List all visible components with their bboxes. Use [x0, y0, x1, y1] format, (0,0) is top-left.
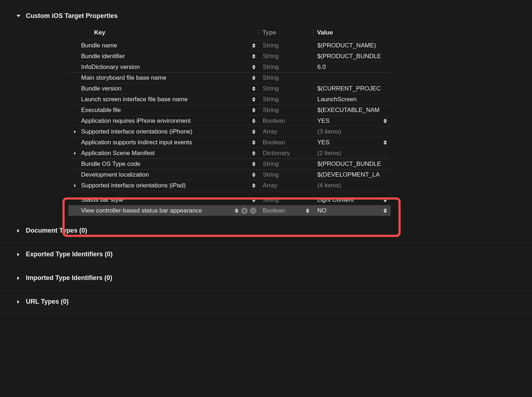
sort-updown-icon[interactable]	[252, 129, 256, 134]
table-row[interactable]: Supported interface orientations (iPhone…	[68, 126, 391, 137]
table-row[interactable]: Application supports indirect input even…	[68, 137, 391, 148]
sort-updown-icon[interactable]	[252, 76, 256, 80]
value-label: Light Content	[317, 196, 354, 204]
add-row-button[interactable]: +	[241, 207, 248, 214]
sort-updown-icon[interactable]	[252, 183, 256, 188]
key-cell[interactable]: Executable file	[68, 107, 258, 114]
value-cell[interactable]: $(PRODUCT_NAME)	[313, 42, 391, 49]
section-header-url-types[interactable]: URL Types (0)	[0, 290, 532, 314]
type-cell[interactable]: Dictionary	[258, 150, 313, 157]
sort-updown-icon[interactable]	[383, 197, 387, 202]
type-cell[interactable]: String	[258, 42, 313, 49]
key-cell[interactable]: Application requires iPhone environment	[68, 117, 258, 125]
section-header-custom-ios[interactable]: Custom iOS Target Properties	[0, 10, 532, 22]
value-cell[interactable]: YES	[313, 139, 391, 146]
key-label: Supported interface orientations (iPad)	[79, 182, 186, 189]
value-cell[interactable]: $(PRODUCT_BUNDLE	[313, 53, 391, 60]
value-cell[interactable]: $(PRODUCT_BUNDLE	[313, 160, 391, 168]
key-cell[interactable]: Bundle name	[68, 42, 258, 49]
sort-updown-icon[interactable]	[252, 86, 256, 91]
key-cell[interactable]: Supported interface orientations (iPhone…	[68, 128, 258, 135]
type-cell[interactable]: String	[258, 107, 313, 114]
table-row[interactable]: Bundle versionString$(CURRENT_PROJEC	[68, 83, 391, 94]
type-cell[interactable]: String	[258, 196, 313, 204]
value-cell[interactable]: (2 items)	[313, 150, 391, 157]
section-header-document-types[interactable]: Document Types (0)	[0, 219, 532, 243]
key-cell[interactable]: Status bar style	[68, 196, 258, 204]
sort-updown-icon[interactable]	[235, 208, 238, 213]
sort-updown-icon[interactable]	[252, 108, 256, 112]
column-header-key[interactable]: Key	[68, 29, 258, 36]
table-row-obscured	[68, 191, 391, 195]
column-header-type[interactable]: Type	[258, 29, 313, 36]
column-header-value[interactable]: Value	[313, 29, 391, 36]
sort-updown-icon[interactable]	[252, 197, 256, 202]
table-row[interactable]: View controller-based status bar appeara…	[68, 205, 391, 216]
value-cell[interactable]: $(EXECUTABLE_NAM	[313, 107, 391, 114]
sort-updown-icon[interactable]	[252, 151, 256, 155]
sort-updown-icon[interactable]	[383, 118, 387, 123]
table-row[interactable]: Bundle OS Type codeString$(PRODUCT_BUNDL…	[68, 159, 391, 169]
type-cell[interactable]: String	[258, 160, 313, 168]
value-cell[interactable]: Light Content	[313, 196, 391, 204]
type-cell[interactable]: Boolean	[258, 117, 313, 125]
sort-updown-icon[interactable]	[252, 140, 256, 145]
value-cell[interactable]: (3 items)	[313, 128, 391, 135]
table-row[interactable]: Bundle identifierString$(PRODUCT_BUNDLE	[68, 51, 391, 62]
sort-updown-icon[interactable]	[252, 65, 256, 69]
value-cell[interactable]: $(DEVELOPMENT_LA	[313, 171, 391, 178]
key-cell[interactable]: Development localization	[68, 171, 258, 178]
key-cell[interactable]: Launch screen interface file base name	[68, 96, 258, 103]
value-cell[interactable]: NO	[313, 207, 391, 214]
key-cell[interactable]: Application Scene Manifest	[68, 150, 258, 157]
sort-updown-icon[interactable]	[252, 118, 256, 123]
type-cell[interactable]: Array	[258, 128, 313, 135]
chevron-right-icon[interactable]	[73, 183, 78, 188]
key-cell[interactable]: Bundle version	[68, 85, 258, 92]
sort-updown-icon[interactable]	[252, 162, 256, 167]
value-cell[interactable]: YES	[313, 117, 391, 125]
value-cell[interactable]: 6.0	[313, 64, 391, 71]
key-cell[interactable]: View controller-based status bar appeara…	[68, 207, 258, 214]
type-cell[interactable]: String	[258, 96, 313, 103]
table-row[interactable]: Executable fileString$(EXECUTABLE_NAM	[68, 105, 391, 116]
table-row[interactable]: Main storyboard file base nameString	[68, 73, 391, 83]
section-header-exported-types[interactable]: Exported Type Identifiers (0)	[0, 243, 532, 266]
sort-updown-icon[interactable]	[383, 208, 387, 213]
type-cell[interactable]: Array	[258, 182, 313, 189]
sort-updown-icon[interactable]	[383, 140, 387, 145]
chevron-right-icon[interactable]	[73, 151, 78, 156]
table-row[interactable]: InfoDictionary versionString6.0	[68, 62, 391, 73]
table-row[interactable]: Application Scene ManifestDictionary(2 i…	[68, 148, 391, 159]
type-cell[interactable]: String	[258, 64, 313, 71]
type-cell[interactable]: Boolean	[258, 207, 313, 214]
type-cell[interactable]: String	[258, 74, 313, 81]
section-header-imported-types[interactable]: Imported Type Identifiers (0)	[0, 266, 532, 290]
key-cell[interactable]: Main storyboard file base name	[68, 74, 258, 81]
key-cell[interactable]: Bundle identifier	[68, 53, 258, 60]
value-cell[interactable]: LaunchScreen	[313, 96, 391, 103]
table-row[interactable]: Launch screen interface file base nameSt…	[68, 94, 391, 105]
type-cell[interactable]: Boolean	[258, 139, 313, 146]
key-cell[interactable]: InfoDictionary version	[68, 64, 258, 71]
sort-updown-icon[interactable]	[252, 173, 256, 177]
table-row[interactable]: Bundle nameString$(PRODUCT_NAME)	[68, 40, 391, 51]
table-row[interactable]: Application requires iPhone environmentB…	[68, 116, 391, 126]
key-cell[interactable]: Bundle OS Type code	[68, 160, 258, 168]
type-cell[interactable]: String	[258, 171, 313, 178]
sort-updown-icon[interactable]	[252, 97, 256, 102]
table-row[interactable]: Supported interface orientations (iPad)A…	[68, 180, 391, 191]
value-cell[interactable]: $(CURRENT_PROJEC	[313, 85, 391, 92]
table-row[interactable]: Status bar styleStringLight Content	[68, 195, 391, 205]
type-cell[interactable]: String	[258, 85, 313, 92]
type-cell[interactable]: String	[258, 53, 313, 60]
key-cell[interactable]: Supported interface orientations (iPad)	[68, 182, 258, 189]
sort-updown-icon[interactable]	[252, 54, 256, 59]
key-cell[interactable]: Application supports indirect input even…	[68, 139, 258, 146]
value-cell[interactable]: (4 items)	[313, 182, 391, 189]
remove-row-button[interactable]: –	[250, 207, 256, 214]
sort-updown-icon[interactable]	[252, 43, 256, 48]
sort-updown-icon[interactable]	[306, 208, 309, 213]
table-row[interactable]: Development localizationString$(DEVELOPM…	[68, 169, 391, 180]
chevron-right-icon[interactable]	[73, 129, 78, 134]
